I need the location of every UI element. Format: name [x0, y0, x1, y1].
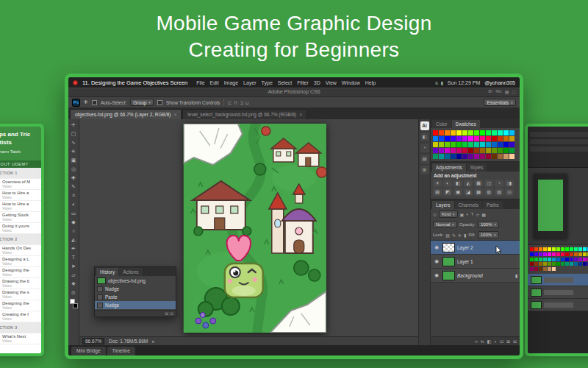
swatch[interactable]	[433, 136, 438, 141]
swatch[interactable]	[451, 130, 456, 135]
curriculum-row[interactable]: 5 Doing it yours Video	[0, 223, 41, 234]
navigator-panel-icon[interactable]: ⊞	[420, 166, 429, 174]
swatch[interactable]	[503, 154, 509, 159]
quick-selection-tool[interactable]: ✳	[71, 147, 76, 156]
swatch[interactable]	[451, 154, 456, 159]
swatch[interactable]	[486, 136, 491, 141]
swatch[interactable]	[509, 142, 514, 147]
swatch[interactable]	[498, 148, 503, 153]
history-panel-tab[interactable]: Actions	[119, 268, 142, 276]
adjustment-icon[interactable]: ◧	[453, 180, 462, 187]
swatch[interactable]	[498, 136, 503, 141]
minibridge-button[interactable]: Mb	[495, 89, 501, 94]
menu-item[interactable]: Image	[224, 80, 238, 85]
swatch[interactable]	[503, 148, 509, 153]
adjustment-layer-icon[interactable]: ◐	[494, 339, 497, 344]
adjustment-icon[interactable]: ◍	[484, 188, 493, 196]
swatch[interactable]	[474, 136, 479, 141]
swatch[interactable]	[433, 142, 438, 147]
filter-pixel-icon[interactable]: ▣	[460, 212, 465, 217]
illustrator-dock-icon[interactable]: Ai	[420, 121, 429, 130]
swatch[interactable]	[439, 130, 444, 135]
align-center-icon[interactable]: ⊓	[234, 100, 237, 105]
visibility-eye-icon[interactable]: ◉	[433, 244, 440, 250]
curriculum-row[interactable]: 8 Designing the Video	[0, 267, 41, 278]
swatch[interactable]	[456, 142, 462, 147]
swatch[interactable]	[509, 148, 514, 153]
adjustment-icon[interactable]: ▦	[474, 180, 483, 187]
menu-item[interactable]: Layer	[243, 80, 257, 85]
swatch[interactable]	[509, 136, 514, 141]
swatch[interactable]	[480, 142, 485, 147]
menu-item[interactable]: Edit	[210, 80, 219, 85]
pen-tool[interactable]: ✒	[71, 244, 76, 253]
adjustment-icon[interactable]: ◭	[464, 180, 473, 187]
swatch[interactable]	[445, 148, 450, 153]
swatch[interactable]	[474, 142, 479, 147]
filter-shape-icon[interactable]: ▱	[476, 212, 480, 217]
swatch[interactable]	[474, 130, 479, 135]
swatch[interactable]	[468, 154, 473, 159]
swatch[interactable]	[474, 154, 479, 159]
history-step[interactable]: Nudge	[95, 301, 176, 309]
adjustment-icon[interactable]: ◪	[464, 188, 473, 196]
adjustment-icon[interactable]: ◐	[443, 180, 452, 187]
history-step[interactable]: Paste	[95, 293, 176, 301]
menu-item[interactable]: 3D	[314, 80, 320, 85]
eyedropper-tool[interactable]: ◎	[71, 165, 76, 174]
link-layers-icon[interactable]: ∞	[475, 339, 478, 344]
history-snapshot-row[interactable]: objectives-hd.png	[95, 277, 176, 285]
align-right-icon[interactable]: ⊐	[240, 100, 243, 105]
lock-move-icon[interactable]: ✛	[458, 233, 462, 238]
adjustment-icon[interactable]: ◫	[484, 180, 493, 187]
swatch[interactable]	[439, 148, 444, 153]
blur-tool[interactable]: ○	[72, 227, 75, 236]
swatch[interactable]	[462, 130, 467, 135]
close-tab-icon[interactable]: ×	[299, 112, 302, 117]
histogram-panel-icon[interactable]: ▤	[420, 155, 429, 163]
shape-tool[interactable]: ▱	[71, 271, 75, 280]
layer-mask-icon[interactable]: ◧	[487, 339, 492, 344]
clone-stamp-tool[interactable]: ≡	[72, 191, 75, 200]
adjustment-icon[interactable]: ▣	[453, 188, 462, 196]
visibility-eye-icon[interactable]: ◉	[433, 258, 440, 264]
menu-item[interactable]: Filter	[297, 80, 309, 85]
background-color-chip[interactable]	[73, 303, 78, 308]
curriculum-row[interactable]: 3 How to Hire a Video	[0, 201, 41, 212]
lock-transparent-icon[interactable]: ▨	[445, 233, 450, 238]
artwork-document[interactable]	[183, 124, 326, 333]
info-panel-icon[interactable]: ◔	[420, 144, 429, 152]
eraser-tool[interactable]: ▭	[71, 209, 76, 218]
adjustment-icon[interactable]: ◎	[505, 188, 514, 196]
curriculum-row[interactable]: 6 Hands On Dev Video	[0, 245, 41, 256]
layer-effects-icon[interactable]: fx	[481, 339, 484, 344]
new-layer-icon[interactable]: ⊞	[506, 339, 510, 344]
curriculum-row[interactable]: 7 Designing a L Video	[0, 256, 41, 267]
properties-panel-icon[interactable]: ◧	[420, 132, 429, 141]
curriculum-row[interactable]: 12 Creating the f Video	[0, 311, 41, 322]
swatch[interactable]	[439, 142, 444, 147]
swatch[interactable]	[486, 142, 491, 147]
crop-tool[interactable]: ▣	[71, 156, 76, 165]
panel-tab[interactable]: Styles	[467, 163, 487, 171]
swatch[interactable]	[456, 130, 462, 135]
swatch[interactable]	[492, 130, 497, 135]
swatch[interactable]	[480, 154, 485, 159]
status-menu-arrow-icon[interactable]: ▸	[152, 339, 154, 344]
brush-tool[interactable]: ✎	[71, 183, 76, 191]
adjustment-icon[interactable]: ☀	[433, 180, 442, 187]
panel-tab[interactable]: Layers	[432, 201, 454, 209]
swatch[interactable]	[439, 154, 444, 159]
swatch[interactable]	[445, 136, 450, 141]
history-panel-tab[interactable]: History	[96, 268, 118, 276]
lasso-tool[interactable]: ∿	[71, 138, 76, 147]
swatch[interactable]	[480, 136, 485, 141]
swatch[interactable]	[445, 154, 450, 159]
swatch[interactable]	[468, 142, 473, 147]
panel-tab[interactable]: Channels	[455, 201, 482, 209]
menu-item[interactable]: Help	[365, 80, 376, 85]
swatch[interactable]	[462, 136, 467, 141]
lock-paint-icon[interactable]: ✎	[452, 233, 456, 238]
swatch[interactable]	[492, 148, 497, 153]
curriculum-row[interactable]: 10 Drawing the s Video	[0, 289, 41, 300]
